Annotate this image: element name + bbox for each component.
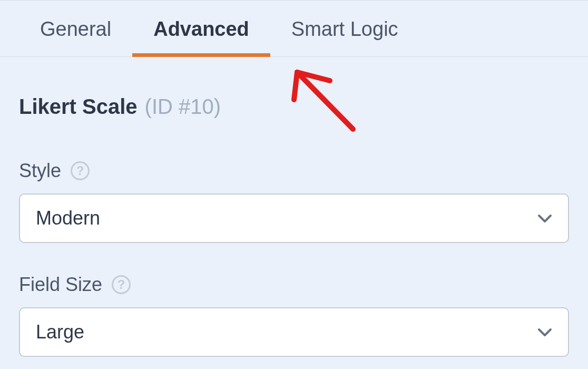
- style-label: Style: [19, 160, 61, 182]
- chevron-down-icon: [537, 325, 552, 339]
- field-size-select[interactable]: Large: [19, 307, 569, 357]
- field-group-style: Style ? Modern: [19, 160, 569, 243]
- tabs-container: General Advanced Smart Logic: [0, 0, 588, 57]
- style-select-value: Modern: [36, 207, 100, 229]
- section-title: Likert Scale (ID #10): [19, 95, 569, 119]
- style-select[interactable]: Modern: [19, 193, 569, 243]
- chevron-down-icon: [537, 211, 552, 226]
- field-size-select-value: Large: [36, 321, 84, 343]
- section-title-text: Likert Scale: [19, 95, 138, 119]
- content-panel: Likert Scale (ID #10) Style ? Modern Fie…: [0, 57, 588, 357]
- tab-advanced[interactable]: Advanced: [132, 0, 270, 56]
- tab-smart-logic[interactable]: Smart Logic: [270, 0, 419, 56]
- help-icon[interactable]: ?: [71, 161, 90, 180]
- field-label-row-style: Style ?: [19, 160, 569, 182]
- section-title-id: (ID #10): [145, 95, 221, 119]
- field-group-field-size: Field Size ? Large: [19, 274, 569, 357]
- field-size-label: Field Size: [19, 274, 102, 296]
- help-icon[interactable]: ?: [112, 275, 131, 294]
- field-label-row-field-size: Field Size ?: [19, 274, 569, 296]
- tab-general[interactable]: General: [19, 0, 132, 56]
